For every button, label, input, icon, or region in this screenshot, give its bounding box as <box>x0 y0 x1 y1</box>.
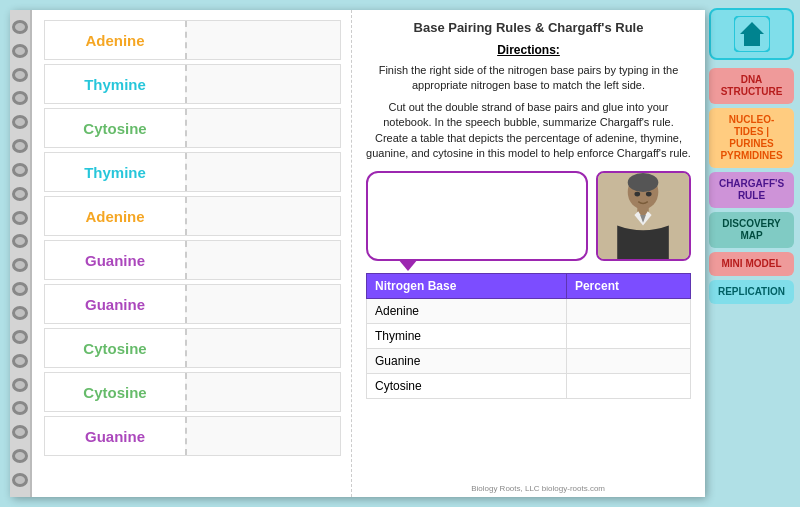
base-input-box[interactable] <box>185 197 340 235</box>
spiral-binding <box>10 10 32 497</box>
base-input-box[interactable] <box>185 417 340 455</box>
speech-bubble[interactable] <box>366 171 588 261</box>
right-sidebar: DNA STRUCTURENUCLEO- TIDES | PURINES PYR… <box>705 0 800 507</box>
base-row: Guanine <box>44 416 341 456</box>
spiral-ring <box>12 139 28 153</box>
base-label: Thymine <box>45 160 185 185</box>
spiral-ring <box>12 282 28 296</box>
base-name-cell: Cytosine <box>367 374 567 399</box>
spiral-ring <box>12 68 28 82</box>
base-row: Guanine <box>44 240 341 280</box>
svg-point-2 <box>628 173 659 192</box>
base-row: Thymine <box>44 152 341 192</box>
svg-point-4 <box>634 192 640 197</box>
spiral-ring <box>12 306 28 320</box>
home-icon <box>734 16 770 52</box>
person-image <box>598 173 689 259</box>
percent-cell[interactable] <box>566 299 690 324</box>
home-button[interactable] <box>709 8 794 60</box>
base-input-box[interactable] <box>185 241 340 279</box>
percent-cell[interactable] <box>566 324 690 349</box>
spiral-ring <box>12 425 28 439</box>
base-input-box[interactable] <box>185 153 340 191</box>
table-header: Percent <box>566 274 690 299</box>
base-label: Guanine <box>45 292 185 317</box>
svg-rect-8 <box>748 38 756 46</box>
table-row: Adenine <box>367 299 691 324</box>
nav-btn-dna[interactable]: DNA STRUCTURE <box>709 68 794 104</box>
notebook: AdenineThymineCytosineThymineAdenineGuan… <box>10 10 705 497</box>
spiral-ring <box>12 187 28 201</box>
nav-btn-mini[interactable]: MINI MODEL <box>709 252 794 276</box>
base-label: Guanine <box>45 248 185 273</box>
nav-btn-chargaff[interactable]: CHARGAFF'S RULE <box>709 172 794 208</box>
spiral-ring <box>12 258 28 272</box>
spiral-ring <box>12 44 28 58</box>
base-row: Cytosine <box>44 372 341 412</box>
base-label: Cytosine <box>45 116 185 141</box>
spiral-ring <box>12 473 28 487</box>
spiral-ring <box>12 401 28 415</box>
table-row: Thymine <box>367 324 691 349</box>
spiral-ring <box>12 20 28 34</box>
percent-cell[interactable] <box>566 374 690 399</box>
base-row: Cytosine <box>44 108 341 148</box>
base-name-cell: Guanine <box>367 349 567 374</box>
directions-text-1: Finish the right side of the nitrogen ba… <box>366 63 691 94</box>
person-photo <box>596 171 691 261</box>
table-row: Guanine <box>367 349 691 374</box>
spiral-ring <box>12 115 28 129</box>
base-input-box[interactable] <box>185 373 340 411</box>
nav-btn-replication[interactable]: REPLICATION <box>709 280 794 304</box>
base-input-box[interactable] <box>185 109 340 147</box>
content-area <box>366 171 691 261</box>
spiral-ring <box>12 234 28 248</box>
spiral-ring <box>12 449 28 463</box>
spiral-ring <box>12 91 28 105</box>
spiral-ring <box>12 354 28 368</box>
base-label: Adenine <box>45 28 185 53</box>
base-label: Guanine <box>45 424 185 449</box>
base-row: Adenine <box>44 196 341 236</box>
nitrogen-base-table: Nitrogen BasePercentAdenineThymineGuanin… <box>366 273 691 399</box>
base-row: Adenine <box>44 20 341 60</box>
right-page: Base Pairing Rules & Chargaff's Rule Dir… <box>352 10 705 497</box>
page-title: Base Pairing Rules & Chargaff's Rule <box>366 20 691 35</box>
nav-btn-discovery[interactable]: DISCOVERY MAP <box>709 212 794 248</box>
spiral-ring <box>12 163 28 177</box>
base-input-box[interactable] <box>185 285 340 323</box>
percent-cell[interactable] <box>566 349 690 374</box>
base-input-box[interactable] <box>185 65 340 103</box>
base-label: Cytosine <box>45 380 185 405</box>
base-label: Thymine <box>45 72 185 97</box>
base-label: Adenine <box>45 204 185 229</box>
spiral-ring <box>12 211 28 225</box>
table-row: Cytosine <box>367 374 691 399</box>
directions-heading: Directions: <box>366 43 691 57</box>
nav-btn-nucleo[interactable]: NUCLEO- TIDES | PURINES PYRMIDINES <box>709 108 794 168</box>
svg-point-5 <box>646 192 652 197</box>
base-row: Cytosine <box>44 328 341 368</box>
base-label: Cytosine <box>45 336 185 361</box>
table-header: Nitrogen Base <box>367 274 567 299</box>
base-input-box[interactable] <box>185 21 340 59</box>
copyright: Biology Roots, LLC biology-roots.com <box>471 484 605 493</box>
directions-text-2: Cut out the double strand of base pairs … <box>366 100 691 162</box>
spiral-ring <box>12 378 28 392</box>
spiral-ring <box>12 330 28 344</box>
base-row: Guanine <box>44 284 341 324</box>
base-name-cell: Adenine <box>367 299 567 324</box>
base-row: Thymine <box>44 64 341 104</box>
left-page: AdenineThymineCytosineThymineAdenineGuan… <box>32 10 352 497</box>
base-input-box[interactable] <box>185 329 340 367</box>
base-name-cell: Thymine <box>367 324 567 349</box>
